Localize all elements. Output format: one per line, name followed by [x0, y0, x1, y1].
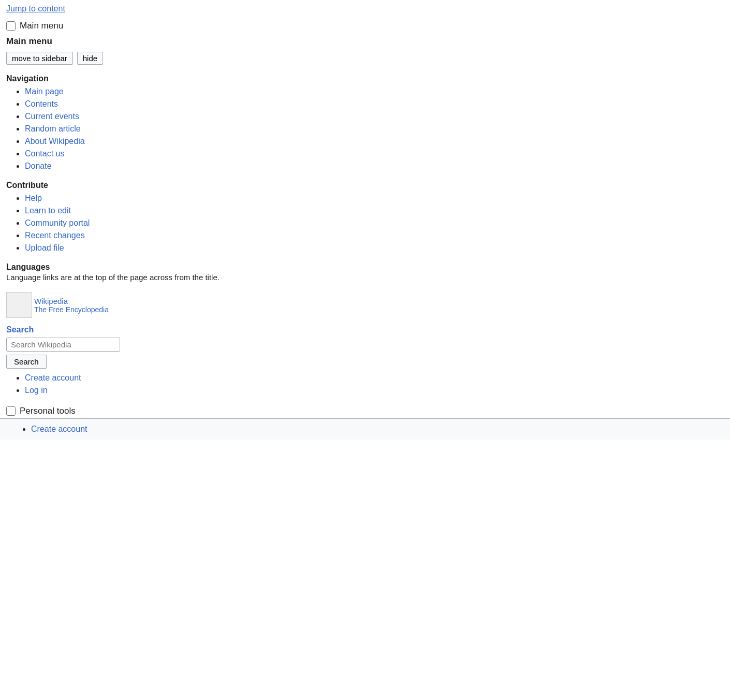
- list-item: Learn to edit: [25, 205, 730, 217]
- logo-image: [6, 292, 32, 318]
- list-item: Upload file: [25, 242, 730, 254]
- create-account-link[interactable]: Create account: [25, 373, 81, 382]
- navigation-list: Main page Contents Current events Random…: [0, 85, 730, 177]
- list-item: Donate: [25, 160, 730, 172]
- bottom-list: Create account: [6, 423, 724, 435]
- donate-link[interactable]: Donate: [25, 162, 52, 170]
- search-input[interactable]: [6, 338, 120, 352]
- random-article-link[interactable]: Random article: [25, 124, 81, 133]
- hide-button[interactable]: hide: [77, 52, 103, 65]
- main-menu-toggle-label[interactable]: Main menu: [20, 21, 63, 31]
- list-item: Help: [25, 192, 730, 205]
- list-item: Main page: [25, 85, 730, 98]
- contact-us-link[interactable]: Contact us: [25, 149, 64, 158]
- languages-note: Language links are at the top of the pag…: [6, 272, 724, 286]
- list-item: Community portal: [25, 217, 730, 229]
- list-item: Create account: [25, 372, 730, 384]
- contribute-heading: Contribute: [0, 177, 730, 192]
- contribute-list: Help Learn to edit Community portal Rece…: [0, 192, 730, 258]
- logo-area: Wikipedia The Free Encyclopedia: [0, 288, 730, 322]
- recent-changes-link[interactable]: Recent changes: [25, 231, 85, 240]
- help-link[interactable]: Help: [25, 194, 42, 202]
- wikipedia-logo-link[interactable]: Wikipedia: [34, 297, 109, 305]
- jump-to-content-link[interactable]: Jump to content: [0, 0, 730, 18]
- personal-tools-row: Personal tools: [0, 401, 730, 418]
- upload-file-link[interactable]: Upload file: [25, 243, 64, 252]
- contents-link[interactable]: Contents: [25, 99, 58, 108]
- community-portal-link[interactable]: Community portal: [25, 218, 90, 227]
- current-events-link[interactable]: Current events: [25, 112, 79, 121]
- languages-heading: Languages: [6, 262, 724, 272]
- list-item: Current events: [25, 110, 730, 123]
- list-item: Recent changes: [25, 229, 730, 242]
- languages-section: Languages Language links are at the top …: [0, 258, 730, 288]
- list-item: Create account: [31, 423, 724, 435]
- about-wikipedia-link[interactable]: About Wikipedia: [25, 137, 85, 145]
- main-menu-button-row: move to sidebar hide: [0, 50, 730, 70]
- log-in-link[interactable]: Log in: [25, 386, 48, 395]
- list-item: About Wikipedia: [25, 135, 730, 148]
- list-item: Log in: [25, 384, 730, 397]
- list-item: Contact us: [25, 148, 730, 160]
- bottom-create-account-link[interactable]: Create account: [31, 425, 87, 433]
- navigation-heading: Navigation: [0, 70, 730, 85]
- main-page-link[interactable]: Main page: [25, 87, 64, 96]
- personal-tools-checkbox[interactable]: [6, 406, 16, 416]
- learn-to-edit-link[interactable]: Learn to edit: [25, 206, 71, 215]
- move-to-sidebar-button[interactable]: move to sidebar: [6, 52, 73, 65]
- main-menu-toggle-row: Main menu: [0, 18, 730, 34]
- personal-tools-label[interactable]: Personal tools: [20, 406, 76, 416]
- logo-text-group: Wikipedia The Free Encyclopedia: [34, 297, 109, 314]
- main-menu-checkbox[interactable]: [6, 21, 16, 31]
- free-encyclopedia-link[interactable]: The Free Encyclopedia: [34, 305, 109, 314]
- list-item: Random article: [25, 123, 730, 135]
- bottom-section: Create account: [0, 418, 730, 440]
- account-list: Create account Log in: [0, 372, 730, 401]
- search-section: Search Search: [0, 322, 730, 372]
- list-item: Contents: [25, 98, 730, 110]
- search-button[interactable]: Search: [6, 355, 47, 369]
- search-heading-link[interactable]: Search: [6, 325, 724, 334]
- main-menu-heading: Main menu: [0, 34, 730, 50]
